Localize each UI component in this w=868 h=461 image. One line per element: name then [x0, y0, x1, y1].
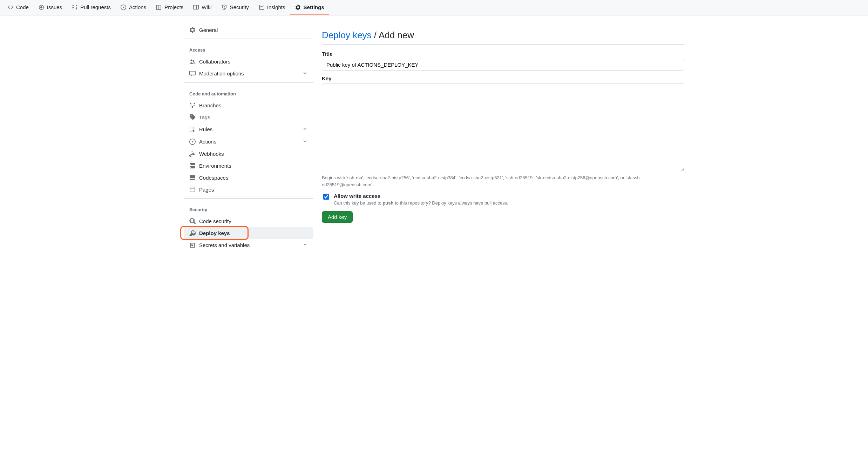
graph-icon: [259, 5, 264, 10]
sidebar-item-label: Moderation options: [199, 71, 244, 76]
sidebar-item-label: Codespaces: [199, 175, 228, 181]
sidebar-heading-automation: Code and automation: [184, 86, 313, 99]
upload-box-icon: [189, 126, 196, 133]
tab-code[interactable]: Code: [3, 0, 34, 15]
repo-tab-nav: Code Issues Pull requests Actions Projec…: [0, 0, 868, 15]
sidebar-item-label: Branches: [199, 102, 221, 108]
asterisk-box-icon: [189, 242, 196, 248]
key-icon: [189, 230, 196, 236]
gear-icon: [189, 27, 196, 33]
sidebar-item-actions[interactable]: Actions: [184, 135, 313, 148]
sidebar-item-code-security[interactable]: Code security: [184, 215, 313, 227]
tab-label: Code: [16, 4, 29, 10]
chevron-down-icon: [302, 138, 308, 145]
issue-icon: [39, 5, 44, 10]
sidebar-item-general[interactable]: General: [184, 24, 313, 36]
book-icon: [193, 5, 199, 10]
tab-label: Actions: [129, 4, 146, 10]
sidebar-item-webhooks[interactable]: Webhooks: [184, 148, 313, 160]
sidebar-item-label: Secrets and variables: [199, 242, 250, 248]
chevron-down-icon: [302, 70, 308, 77]
sidebar-item-label: General: [199, 27, 218, 33]
sidebar-item-label: Webhooks: [199, 151, 224, 157]
breadcrumb-leaf: Add new: [379, 30, 414, 40]
sidebar-item-rules[interactable]: Rules: [184, 123, 313, 135]
tab-label: Security: [230, 4, 249, 10]
people-icon: [189, 58, 196, 65]
tab-label: Pull requests: [80, 4, 111, 10]
tab-label: Projects: [164, 4, 183, 10]
sidebar-item-label: Actions: [199, 139, 216, 145]
add-key-button[interactable]: Add key: [322, 211, 353, 223]
codespaces-icon: [189, 174, 196, 181]
code-icon: [8, 5, 13, 10]
chevron-down-icon: [302, 242, 308, 248]
settings-sidebar: General Access Collaborators Moderation …: [184, 24, 313, 254]
main-content: Deploy keys / Add new Title Key Begins w…: [322, 24, 684, 254]
allow-write-description: Can this key be used to push to this rep…: [334, 200, 508, 206]
sidebar-item-label: Environments: [199, 163, 231, 169]
sidebar-item-environments[interactable]: Environments: [184, 160, 313, 172]
table-icon: [156, 5, 162, 10]
sidebar-item-label: Rules: [199, 126, 212, 132]
tab-label: Wiki: [202, 4, 211, 10]
sidebar-heading-access: Access: [184, 42, 313, 55]
sidebar-item-label: Code security: [199, 218, 231, 224]
pull-request-icon: [72, 5, 77, 10]
settings-container: General Access Collaborators Moderation …: [178, 15, 690, 262]
sidebar-item-tags[interactable]: Tags: [184, 111, 313, 123]
play-circle-icon: [189, 139, 196, 145]
tab-actions[interactable]: Actions: [116, 0, 151, 15]
tab-label: Insights: [267, 4, 285, 10]
comment-icon: [189, 71, 196, 77]
breadcrumb-link-deploy-keys[interactable]: Deploy keys: [322, 30, 372, 40]
scan-icon: [189, 218, 196, 224]
gear-icon: [295, 5, 301, 10]
sidebar-item-branches[interactable]: Branches: [184, 99, 313, 111]
sidebar-item-label: Collaborators: [199, 59, 230, 65]
allow-write-row: Allow write access Can this key be used …: [322, 193, 684, 206]
tab-projects[interactable]: Projects: [151, 0, 188, 15]
page-title: Deploy keys / Add new: [322, 30, 684, 45]
tab-issues[interactable]: Issues: [34, 0, 67, 15]
sidebar-heading-security: Security: [184, 201, 313, 215]
sidebar-item-pages[interactable]: Pages: [184, 183, 313, 195]
tab-insights[interactable]: Insights: [254, 0, 290, 15]
shield-icon: [222, 5, 227, 10]
title-label: Title: [322, 51, 684, 57]
sidebar-item-collaborators[interactable]: Collaborators: [184, 55, 313, 67]
tab-settings[interactable]: Settings: [290, 0, 329, 15]
tab-pull-requests[interactable]: Pull requests: [67, 0, 116, 15]
key-hint: Begins with 'ssh-rsa', 'ecdsa-sha2-nistp…: [322, 174, 684, 188]
sidebar-item-secrets[interactable]: Secrets and variables: [184, 239, 313, 251]
tab-wiki[interactable]: Wiki: [188, 0, 216, 15]
sidebar-item-label: Tags: [199, 114, 210, 120]
sidebar-item-label: Deploy keys: [199, 230, 230, 236]
chevron-down-icon: [302, 126, 308, 133]
sidebar-item-label: Pages: [199, 187, 214, 193]
tab-label: Settings: [304, 4, 324, 10]
webhook-icon: [189, 151, 196, 157]
tab-security[interactable]: Security: [217, 0, 254, 15]
tab-label: Issues: [47, 4, 62, 10]
sidebar-item-deploy-keys[interactable]: Deploy keys: [184, 227, 313, 239]
title-input[interactable]: [322, 59, 684, 71]
play-circle-icon: [121, 5, 126, 10]
breadcrumb-separator: /: [372, 30, 379, 40]
tag-icon: [189, 114, 196, 120]
key-textarea[interactable]: [322, 83, 684, 171]
sidebar-item-codespaces[interactable]: Codespaces: [184, 172, 313, 183]
allow-write-checkbox[interactable]: [323, 194, 329, 200]
browser-icon: [189, 186, 196, 193]
sidebar-item-moderation[interactable]: Moderation options: [184, 67, 313, 80]
allow-write-label: Allow write access: [334, 193, 508, 199]
branch-icon: [189, 102, 196, 108]
key-label: Key: [322, 75, 684, 81]
server-icon: [189, 162, 196, 169]
